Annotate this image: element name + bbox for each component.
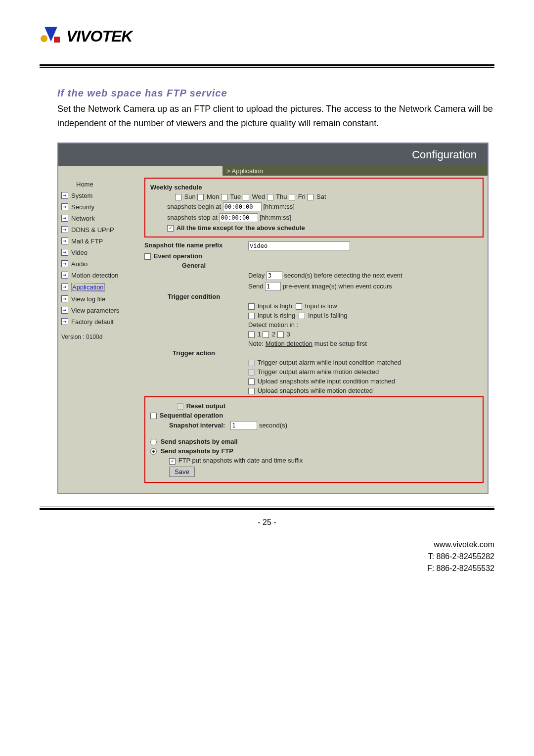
sidebar-item-audio[interactable]: ➔Audio: [58, 258, 140, 270]
sidebar-item-network[interactable]: ➔Network: [58, 213, 140, 224]
snapshot-prefix-label: Snapshot file name prefix: [144, 241, 243, 249]
checkbox-upload-motion[interactable]: [248, 388, 255, 394]
trigger-action-label: Trigger action: [144, 349, 243, 357]
checkbox-motion-2[interactable]: [263, 331, 269, 338]
motion-detection-link[interactable]: Motion detection: [266, 340, 312, 347]
arrow-icon: ➔: [61, 249, 68, 256]
version-label: Version : 0100d: [58, 328, 140, 346]
save-button[interactable]: Save: [169, 467, 195, 477]
arrow-icon: ➔: [61, 318, 68, 325]
begin-time-input[interactable]: [223, 202, 262, 211]
sidebar-item-home[interactable]: Home: [58, 179, 140, 190]
footer-url: www.vivotek.com: [40, 539, 494, 551]
checkbox-trigger-output-match[interactable]: [248, 360, 255, 366]
body-text: Set the Network Camera up as an FTP clie…: [57, 102, 494, 131]
sidebar: Home ➔System ➔Security ➔Network ➔DDNS & …: [58, 176, 140, 346]
logo-text: VIVOTEK: [66, 27, 132, 46]
config-screenshot: Configuration > Application Home ➔System…: [57, 142, 489, 494]
stop-time-input[interactable]: [220, 213, 258, 222]
stop-label: snapshots stop at: [167, 214, 218, 221]
sidebar-item-ddns-upnp[interactable]: ➔DDNS & UPnP: [58, 224, 140, 236]
begin-format: [hh:mm:ss]: [263, 203, 295, 210]
sidebar-item-system[interactable]: ➔System: [58, 190, 140, 201]
radio-send-email[interactable]: [150, 439, 157, 445]
arrow-icon: ➔: [61, 295, 68, 302]
except-label: All the time except for the above schedu…: [177, 224, 305, 232]
send-email-label: Send snapshots by email: [161, 438, 238, 445]
sidebar-item-motion-detection[interactable]: ➔Motion detection: [58, 270, 140, 281]
sidebar-item-video[interactable]: ➔Video: [58, 247, 140, 258]
sidebar-item-factory-default[interactable]: ➔Factory default: [58, 316, 140, 328]
general-label: General: [144, 262, 243, 269]
delay-post: second(s) before detecting the next even…: [284, 272, 402, 279]
arrow-icon: ➔: [61, 192, 68, 199]
checkbox-fri[interactable]: [289, 194, 295, 200]
arrow-icon: ➔: [61, 203, 68, 210]
checkbox-reset-output[interactable]: [177, 403, 183, 410]
arrow-icon: ➔: [61, 237, 68, 244]
weekly-schedule-title: Weekly schedule: [150, 184, 478, 191]
sidebar-item-view-parameters[interactable]: ➔View parameters: [58, 305, 140, 316]
checkbox-upload-match[interactable]: [248, 378, 255, 385]
checkbox-ftp-suffix[interactable]: [169, 458, 176, 465]
checkbox-trigger-output-motion[interactable]: [248, 369, 255, 376]
event-operation-label: Event operation: [154, 252, 202, 260]
delay-input[interactable]: [267, 271, 282, 280]
checkbox-tue[interactable]: [221, 194, 227, 200]
send-pre: Send: [248, 283, 263, 290]
sequential-operation-label: Sequential operation: [160, 412, 223, 419]
sidebar-item-security[interactable]: ➔Security: [58, 201, 140, 213]
checkbox-input-low[interactable]: [296, 303, 302, 310]
arrow-icon: ➔: [61, 226, 68, 233]
interval-input[interactable]: [230, 421, 257, 430]
footer-tel: T: 886-2-82455282: [40, 551, 494, 563]
snapshot-prefix-input[interactable]: [248, 241, 350, 250]
arrow-icon: ➔: [61, 272, 68, 279]
radio-send-ftp[interactable]: [150, 448, 157, 455]
sidebar-item-application[interactable]: ➔Application: [58, 281, 140, 293]
note-post: must be setup first: [312, 340, 367, 347]
page-number: - 25 -: [40, 518, 494, 527]
interval-label: Snapshot interval:: [169, 422, 225, 429]
checkbox-mon[interactable]: [197, 194, 204, 200]
logo: VIVOTEK: [40, 25, 494, 49]
checkbox-input-falling[interactable]: [299, 313, 305, 319]
checkbox-input-rising[interactable]: [248, 313, 255, 319]
send-ftp-label: Send snapshots by FTP: [161, 447, 233, 455]
reset-output-label: Reset output: [186, 402, 225, 410]
config-title: Configuration: [58, 143, 488, 166]
footer-fax: F: 886-2-82455532: [40, 563, 494, 574]
interval-unit: second(s): [259, 422, 287, 429]
sidebar-item-mail-ftp[interactable]: ➔Mail & FTP: [58, 236, 140, 247]
main-panel: Weekly schedule Sun Mon Tue Wed Thu Fri …: [140, 176, 488, 493]
checkbox-thu[interactable]: [267, 194, 273, 200]
section-heading: If the web space has FTP service: [57, 88, 494, 99]
checkbox-motion-1[interactable]: [248, 331, 255, 338]
note-pre: Note:: [248, 340, 266, 347]
weekly-days: Sun Mon Tue Wed Thu Fri Sat: [150, 193, 478, 200]
checkbox-motion-3[interactable]: [277, 331, 284, 338]
checkbox-all-time-except[interactable]: [167, 225, 174, 232]
arrow-icon: ➔: [61, 307, 68, 314]
stop-format: [hh:mm:ss]: [260, 214, 291, 221]
send-input[interactable]: [265, 282, 281, 291]
arrow-icon: ➔: [61, 284, 68, 290]
checkbox-wed[interactable]: [243, 194, 249, 200]
detect-motion-label: Detect motion in :: [248, 321, 298, 329]
checkbox-sequential-operation[interactable]: [150, 413, 157, 419]
begin-label: snapshots begin at: [167, 203, 221, 210]
horizontal-rule: [40, 64, 494, 68]
trigger-condition-label: Trigger condition: [144, 293, 243, 300]
checkbox-sat[interactable]: [307, 194, 313, 200]
vivotek-logo-mark: [40, 25, 62, 47]
svg-point-1: [41, 35, 47, 42]
checkbox-event-operation[interactable]: [144, 253, 151, 260]
arrow-icon: ➔: [61, 260, 68, 267]
checkbox-sun[interactable]: [175, 194, 181, 200]
sidebar-item-view-log[interactable]: ➔View log file: [58, 293, 140, 305]
svg-rect-2: [54, 37, 60, 43]
arrow-icon: ➔: [61, 215, 68, 222]
delay-pre: Delay: [248, 272, 265, 279]
ftp-suffix-label: FTP put snapshots with date and time suf…: [178, 457, 303, 464]
checkbox-input-high[interactable]: [248, 303, 255, 310]
